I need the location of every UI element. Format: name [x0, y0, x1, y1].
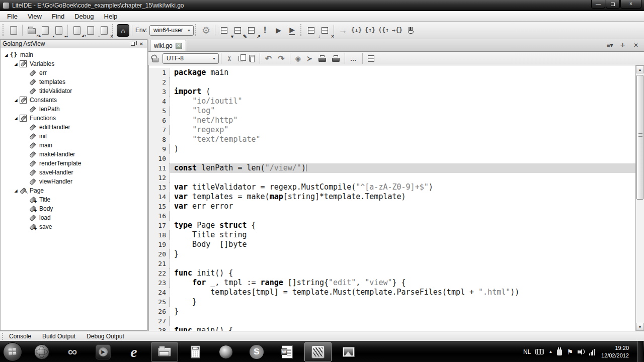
code-text[interactable]: "net/http" [170, 116, 635, 125]
stop-button[interactable] [404, 24, 418, 37]
tree-item-load[interactable]: load [1, 213, 147, 222]
code-text[interactable]: "text/template" [170, 135, 635, 144]
code-text[interactable]: func init() { [170, 268, 635, 278]
code-text[interactable]: type Page struct { [170, 221, 635, 230]
build-file-button[interactable]: ✎ [231, 24, 245, 37]
taskbar-firefox-icon[interactable] [212, 342, 239, 361]
paste-icon[interactable] [249, 55, 255, 62]
tree-item-init[interactable]: init [1, 132, 147, 141]
code-text[interactable] [170, 211, 635, 221]
build-and-run-button[interactable]: ! [258, 24, 272, 37]
taskbar-liteide-icon[interactable] [304, 342, 332, 361]
taskbar-word-icon[interactable]: W [274, 342, 301, 361]
tree-item-main[interactable]: main [1, 141, 147, 150]
hidden-icons-arrow[interactable]: ▲ [548, 349, 552, 354]
menu-debug[interactable]: Debug [69, 12, 99, 21]
open-file-button[interactable]: ↷ [25, 24, 38, 37]
tree-item-renderTemplate[interactable]: renderTemplate [1, 159, 147, 168]
output-tab-build-output[interactable]: Build Output [42, 333, 75, 340]
tree-item-editHandler[interactable]: editHandler [1, 123, 147, 132]
scroll-up-arrow[interactable]: ▲ [636, 65, 644, 73]
output-tab-console[interactable]: Console [9, 333, 31, 340]
code-text[interactable]: Body []byte [170, 240, 635, 249]
code-text[interactable]: } [170, 249, 635, 259]
taskbar-globe-icon[interactable] [28, 342, 55, 361]
clock[interactable]: 19:20 12/02/2012 [599, 344, 629, 359]
tree-item-err[interactable]: err [1, 68, 147, 77]
step-over-button[interactable]: {↑} [363, 24, 377, 37]
volume-icon[interactable] [578, 349, 585, 355]
action-center-flag-icon[interactable]: ⚑ [567, 348, 573, 356]
toolbar-grip[interactable] [195, 24, 198, 36]
tree-item-saveHandler[interactable]: saveHandler [1, 168, 147, 177]
code-text[interactable]: var err error [170, 202, 635, 211]
export-output-button[interactable]: ↓ [304, 24, 318, 37]
float-panel-button[interactable] [129, 41, 136, 47]
clear-output-button[interactable]: × [318, 24, 332, 37]
code-text[interactable]: } [170, 307, 635, 316]
split-editor-button[interactable]: ✛ [618, 41, 628, 50]
toolbar-grip[interactable] [300, 24, 303, 36]
revert-file-button[interactable]: ↶ [70, 24, 84, 37]
install-button[interactable]: ↗ [245, 24, 258, 37]
close-panel-button[interactable]: ✕ [138, 41, 145, 47]
scrollbar-thumb[interactable] [636, 75, 643, 200]
tree-item-lenPath[interactable]: lenPath [1, 105, 147, 114]
astview-tree[interactable]: ◢{}main◢VariableserrtemplatestitleValida… [0, 48, 147, 331]
tab-wiki-go[interactable]: wiki.go ✕ [150, 40, 186, 51]
minimize-button[interactable]: — [591, 0, 605, 9]
save-file-button[interactable]: ▪ [38, 24, 52, 37]
restore-button[interactable] [606, 0, 620, 9]
code-text[interactable]: "log" [170, 106, 635, 116]
cut-icon[interactable]: ✂ [225, 55, 233, 61]
tab-list-button[interactable]: ≡▾ [605, 41, 615, 50]
tree-expander-icon[interactable]: ◢ [13, 62, 19, 66]
code-text[interactable]: templates[tmpl] = template.Must(template… [170, 288, 635, 297]
tree-expander-icon[interactable]: ◢ [13, 189, 19, 193]
taskbar-internet-explorer-icon[interactable]: e [120, 342, 147, 361]
file-info-icon[interactable] [368, 55, 374, 62]
start-button[interactable] [3, 342, 22, 361]
language-indicator[interactable]: NL [523, 348, 531, 355]
tree-item-Title[interactable]: ✦Title [1, 195, 147, 204]
keyboard-icon[interactable] [535, 349, 544, 354]
close-all-files-button[interactable]: × [97, 24, 111, 37]
close-button[interactable]: × [620, 0, 641, 9]
tree-item-Body[interactable]: ✦Body [1, 204, 147, 213]
build-button[interactable]: ▾ [217, 24, 231, 37]
close-file-button[interactable]: ▫ [84, 24, 97, 37]
tree-item-save[interactable]: ✦save [1, 222, 147, 231]
taskbar-media-player-icon[interactable]: ▶ [90, 342, 117, 361]
encoding-combobox[interactable]: UTF-8 [163, 53, 219, 64]
record-macro-icon[interactable]: ◉ [295, 55, 301, 62]
taskbar-calculator-icon[interactable]: 0 [182, 342, 209, 361]
home-button[interactable]: ⌂ [116, 24, 130, 37]
tree-item-makeHandler[interactable]: makeHandler [1, 150, 147, 159]
code-text[interactable]: const lenPath = len("/view/") [170, 163, 635, 173]
copy-icon[interactable] [238, 56, 243, 61]
unlock-icon[interactable] [152, 58, 158, 62]
close-editor-button[interactable]: ✕ [631, 41, 641, 50]
code-text[interactable] [170, 77, 635, 87]
env-combobox[interactable]: win64-user [149, 25, 194, 36]
show-desktop-button[interactable] [637, 341, 643, 362]
tree-item-templates[interactable]: templates [1, 77, 147, 86]
code-text[interactable]: func main() { [170, 326, 635, 331]
tree-expander-icon[interactable]: ◢ [13, 116, 19, 121]
code-text[interactable]: import ( [170, 87, 635, 97]
code-text[interactable]: var titleValidator = regexp.MustCompile(… [170, 183, 635, 192]
menu-file[interactable]: File [2, 12, 23, 21]
menu-help[interactable]: Help [99, 12, 123, 21]
new-file-button[interactable] [7, 24, 20, 37]
tree-item-Page[interactable]: ◢↖Page [1, 186, 147, 195]
scroll-down-arrow[interactable]: ▼ [636, 323, 644, 331]
code-text[interactable] [170, 173, 635, 183]
print-icon[interactable] [318, 55, 326, 62]
vertical-scrollbar[interactable]: ▲ ▼ [635, 65, 644, 331]
redo-icon[interactable]: ↷ [278, 54, 284, 63]
run-file-button[interactable]: ▶ [285, 24, 299, 37]
save-all-button[interactable]: ▪▪ [52, 24, 65, 37]
tab-close-icon[interactable]: ✕ [176, 43, 182, 49]
code-text[interactable]: "regexp" [170, 125, 635, 135]
tree-item-titleValidator[interactable]: titleValidator [1, 86, 147, 96]
